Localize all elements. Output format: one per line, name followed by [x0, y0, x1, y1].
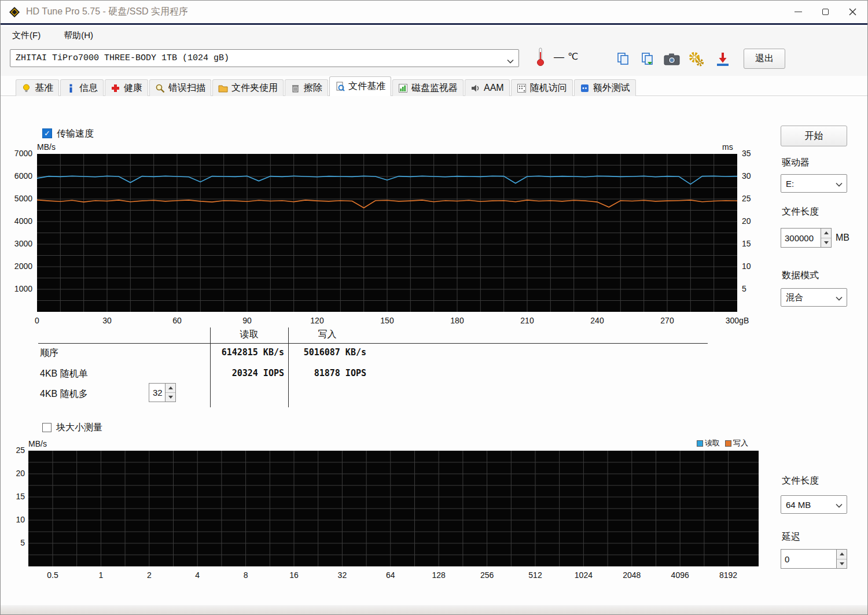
tab-健康[interactable]: 健康	[105, 79, 148, 96]
tab-label: 基准	[35, 82, 53, 94]
scan-icon	[155, 83, 165, 93]
x-axis-label: 8192	[708, 570, 749, 580]
result-row-label: 4KB 随机多	[40, 388, 88, 400]
tab-label: AAM	[484, 83, 504, 93]
x-axis-label: 240	[574, 316, 620, 325]
folder-icon	[218, 83, 228, 93]
start-button[interactable]: 开始	[781, 126, 847, 146]
block-file-length-dropdown[interactable]: 64 MB	[781, 495, 847, 514]
spin-up-button[interactable]	[821, 229, 831, 238]
copy-results-button[interactable]	[612, 47, 635, 71]
temperature-value: —	[554, 51, 564, 63]
chart-legend: 读取写入	[697, 438, 748, 448]
info-icon	[66, 83, 76, 93]
y-axis-label: 20	[8, 469, 25, 478]
legend-写入: 写入	[725, 438, 748, 448]
block-size-label: 块大小测量	[56, 422, 102, 434]
file-length-input[interactable]: 300000	[781, 228, 821, 248]
exit-button[interactable]: 退出	[744, 49, 785, 69]
arrow-up-icon	[840, 553, 844, 555]
hd-tune-window: HD Tune Pro 5.75 - 硬盘/SSD 实用程序 文件(F) 帮助(…	[0, 0, 868, 615]
data-mode-dropdown[interactable]: 混合	[781, 288, 847, 307]
download-button[interactable]	[711, 47, 734, 71]
file-length-unit: MB	[836, 233, 849, 243]
block-size-checkbox[interactable]	[42, 423, 52, 432]
copy-image-button[interactable]	[636, 47, 659, 71]
tab-文件基准[interactable]: 文件基准	[329, 76, 391, 96]
latency-input[interactable]: 0	[781, 549, 837, 569]
data-mode-label: 数据模式	[782, 270, 819, 282]
spin-down-button[interactable]	[837, 559, 847, 569]
spin-down-button[interactable]	[165, 393, 175, 402]
column-header-read: 读取	[210, 329, 288, 341]
close-icon	[849, 8, 856, 16]
x-axis-label: 60	[154, 316, 200, 325]
tab-擦除[interactable]: 擦除	[285, 79, 328, 96]
y-axis-label: 10	[8, 515, 25, 524]
spin-up-button[interactable]	[165, 384, 175, 393]
settings-button[interactable]	[685, 47, 708, 71]
drive-dropdown[interactable]: E:	[781, 174, 847, 193]
minimize-button[interactable]	[785, 1, 812, 23]
x-axis-label: 32	[322, 570, 362, 580]
menu-help[interactable]: 帮助(H)	[60, 28, 97, 43]
tab-label: 错误扫描	[168, 82, 205, 94]
download-icon	[715, 51, 730, 67]
x-axis-label: 256	[467, 570, 507, 580]
tab-AAM[interactable]: AAM	[465, 79, 510, 96]
result-write-value: 81878 IOPS	[290, 368, 366, 378]
tab-基准[interactable]: 基准	[16, 79, 59, 96]
x-axis-label: 8	[226, 570, 266, 580]
queue-depth-input[interactable]: 32	[149, 383, 165, 402]
x-axis-label: 300gB	[714, 316, 760, 325]
transfer-speed-checkbox[interactable]: ✓	[42, 128, 52, 138]
x-axis-label: 30	[84, 316, 130, 325]
menu-file[interactable]: 文件(F)	[9, 28, 44, 43]
window-bottom-edge	[1, 605, 867, 615]
x-axis-label: 128	[418, 570, 459, 580]
y2-axis-label: 15	[742, 239, 765, 248]
tab-信息[interactable]: 信息	[60, 79, 104, 96]
spin-up-button[interactable]	[837, 550, 847, 559]
x-axis-label: 90	[224, 316, 270, 325]
close-button[interactable]	[839, 1, 866, 23]
queue-depth-spinbox[interactable]: 32	[149, 383, 176, 402]
filebench-icon	[335, 82, 345, 91]
transfer-speed-label: 传输速度	[57, 128, 94, 140]
title-bar: HD Tune Pro 5.75 - 硬盘/SSD 实用程序	[1, 1, 867, 25]
window-controls	[785, 1, 866, 23]
file-length-label: 文件长度	[782, 206, 819, 218]
x-axis-label: 150	[364, 316, 410, 325]
chevron-down-icon	[507, 57, 514, 67]
y2-axis-label: 25	[742, 194, 765, 203]
extra-icon	[580, 83, 590, 93]
maximize-icon	[822, 9, 829, 15]
latency-spinbox[interactable]: 0	[781, 549, 847, 569]
y-axis-title: MB/s	[28, 439, 63, 448]
tab-磁盘监视器[interactable]: 磁盘监视器	[392, 79, 464, 96]
y-axis-label: 5	[8, 538, 25, 547]
block-file-length-label: 文件长度	[782, 475, 819, 487]
tab-文件夹使用[interactable]: 文件夹使用	[212, 79, 284, 96]
drive-select[interactable]: ZHITAI TiPro7000 THREE-BODY 1TB (1024 gB…	[10, 49, 519, 67]
file-length-spinbox[interactable]: 300000	[781, 228, 832, 248]
maximize-button[interactable]	[812, 1, 839, 23]
drive-select-value: ZHITAI TiPro7000 THREE-BODY 1TB (1024 gB…	[16, 53, 229, 63]
tab-label: 擦除	[304, 82, 322, 94]
block-file-length-value: 64 MB	[786, 500, 811, 510]
x-axis-label: 1	[80, 570, 121, 580]
x-axis-label: 4096	[660, 570, 700, 580]
window-title: HD Tune Pro 5.75 - 硬盘/SSD 实用程序	[26, 6, 188, 18]
x-axis-label: 16	[274, 570, 314, 580]
tab-错误扫描[interactable]: 错误扫描	[149, 79, 211, 96]
x-axis-label: 180	[434, 316, 480, 325]
tab-label: 额外测试	[593, 82, 630, 94]
spin-down-button[interactable]	[821, 238, 831, 248]
result-write-value: 5016087 KB/s	[290, 347, 366, 358]
tab-额外测试[interactable]: 额外测试	[574, 79, 636, 96]
screenshot-button[interactable]	[660, 47, 683, 71]
thermometer-icon	[536, 47, 545, 69]
tab-随机访问[interactable]: 随机访问	[511, 79, 573, 96]
arrow-down-icon	[840, 562, 844, 565]
x-axis-label: 270	[644, 316, 690, 325]
